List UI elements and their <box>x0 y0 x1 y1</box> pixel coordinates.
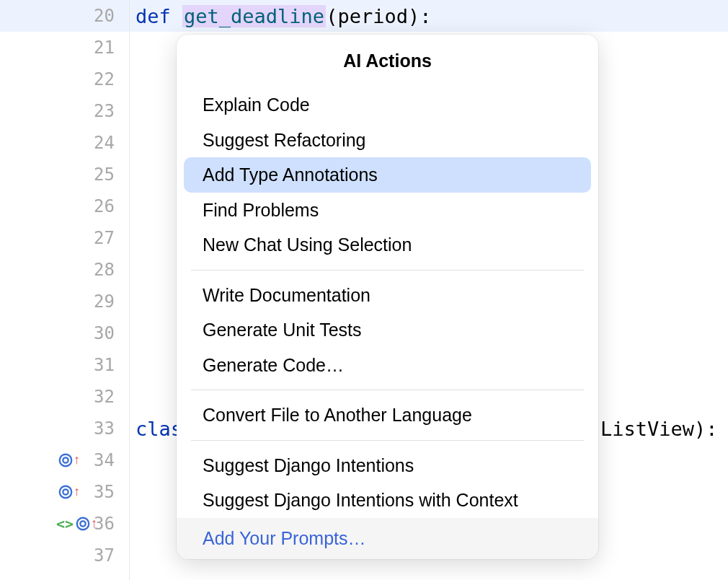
gutter-line[interactable]: 27 <box>0 222 129 254</box>
gutter-line[interactable]: 24 <box>0 127 129 159</box>
gutter-line[interactable]: 28 <box>0 254 129 286</box>
line-number: 21 <box>94 38 115 58</box>
menu-item-convert-file[interactable]: Convert File to Another Language <box>177 397 598 433</box>
line-number: 37 <box>94 545 115 566</box>
keyword-class: clas <box>136 418 182 440</box>
line-number: 29 <box>94 291 115 312</box>
gutter: 20 21 22 23 24 25 26 27 28 29 30 <box>0 0 130 580</box>
line-number: 27 <box>94 228 115 248</box>
gutter-line[interactable]: 37 <box>0 540 129 571</box>
line-number: 34 <box>94 450 115 470</box>
divider <box>191 440 584 441</box>
menu-item-find-problems[interactable]: Find Problems <box>177 193 598 228</box>
line-number: 23 <box>94 101 115 121</box>
line-number: 22 <box>94 69 115 89</box>
code-tag-icon[interactable]: <> <box>56 515 74 532</box>
line-number: 35 <box>94 482 115 502</box>
svg-point-3 <box>63 489 68 494</box>
override-icon[interactable]: ↑ <box>58 484 80 500</box>
function-name: get_deadline <box>182 5 326 27</box>
menu-item-suggest-django-intentions[interactable]: Suggest Django Intentions <box>177 448 598 483</box>
gutter-line[interactable]: 23 <box>0 95 129 127</box>
divider <box>191 270 584 271</box>
popup-footer-add-prompts[interactable]: Add Your Prompts… <box>177 518 598 559</box>
menu-item-generate-code[interactable]: Generate Code… <box>177 348 598 383</box>
line-number: 20 <box>94 6 115 26</box>
open-paren: ( <box>326 5 337 27</box>
gutter-line[interactable]: 33 <box>0 413 129 444</box>
gutter-line[interactable]: 29 <box>0 286 129 317</box>
line-number: 33 <box>94 418 115 439</box>
override-icon[interactable]: ↑ <box>75 516 97 532</box>
menu-item-new-chat-using-selection[interactable]: New Chat Using Selection <box>177 227 598 263</box>
svg-point-5 <box>80 521 85 526</box>
menu-item-explain-code[interactable]: Explain Code <box>177 87 598 123</box>
menu-item-add-type-annotations[interactable]: Add Type Annotations <box>184 157 591 193</box>
menu-item-suggest-refactoring[interactable]: Suggest Refactoring <box>177 123 598 158</box>
gutter-line[interactable]: <> ↑ 36 <box>0 508 129 540</box>
gutter-line[interactable]: 26 <box>0 190 129 222</box>
gutter-line[interactable]: ↑ 35 <box>0 476 129 508</box>
gutter-line[interactable]: 30 <box>0 317 129 349</box>
menu-item-suggest-django-intentions-context[interactable]: Suggest Django Intentions with Context <box>177 483 598 518</box>
popup-section: Write Documentation Generate Unit Tests … <box>177 278 598 383</box>
gutter-line[interactable]: 31 <box>0 349 129 381</box>
line-number: 26 <box>94 196 115 216</box>
gutter-line[interactable]: 25 <box>0 159 129 190</box>
line-number: 32 <box>94 387 115 407</box>
gutter-line[interactable]: 22 <box>0 63 129 95</box>
code-line[interactable]: def get_deadline(period): <box>130 0 728 32</box>
gutter-line[interactable]: 21 <box>0 32 129 63</box>
keyword-def: def <box>136 5 171 27</box>
line-number: 24 <box>94 133 115 153</box>
svg-point-1 <box>63 457 68 462</box>
menu-item-generate-unit-tests[interactable]: Generate Unit Tests <box>177 312 598 348</box>
popup-title: AI Actions <box>177 35 598 87</box>
class-suffix: ListView): <box>600 418 718 440</box>
svg-point-4 <box>77 518 89 530</box>
menu-item-write-documentation[interactable]: Write Documentation <box>177 278 598 313</box>
svg-point-2 <box>60 486 72 498</box>
gutter-line[interactable]: 32 <box>0 381 129 413</box>
line-number: 31 <box>94 355 115 375</box>
close-paren: ): <box>408 5 432 27</box>
popup-section: Convert File to Another Language <box>177 397 598 433</box>
popup-section: Explain Code Suggest Refactoring Add Typ… <box>177 87 598 263</box>
line-number: 28 <box>94 260 115 280</box>
gutter-line[interactable]: 20 <box>0 0 129 32</box>
parameter: period <box>337 5 408 27</box>
divider <box>191 390 584 390</box>
svg-point-0 <box>60 454 72 467</box>
ai-actions-popup: AI Actions Explain Code Suggest Refactor… <box>177 35 598 559</box>
gutter-line[interactable]: ↑ 34 <box>0 444 129 476</box>
line-number: 30 <box>94 323 115 343</box>
line-number: 25 <box>94 164 115 185</box>
override-icon[interactable]: ↑ <box>58 452 80 468</box>
popup-section: Suggest Django Intentions Suggest Django… <box>177 448 598 518</box>
